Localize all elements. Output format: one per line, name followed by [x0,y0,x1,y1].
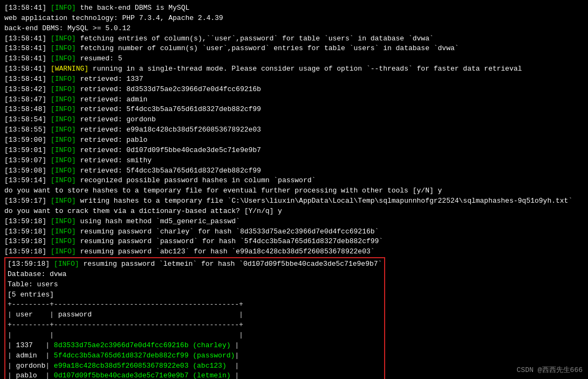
table-row-2: | admin | 5f4dcc3b5aa765d61d8327deb882cf… [8,351,382,361]
table-row-1: | 1337 | 8d3533d75ae2c3966d7e0d4fcc69216… [8,341,382,351]
watermark: CSDN @西西先生666 [517,365,583,375]
line-16: [13:59:07] [INFO] retrieved: smithy [4,156,584,166]
line-22: [13:59:18] [INFO] using hash method `md5… [4,217,584,227]
line-8: [13:58:41] [INFO] retrieved: 1337 [4,74,584,85]
table-row-blank: | | | [8,330,382,341]
line-21: do you want to crack them via a dictiona… [4,206,584,217]
line-table: Table: users [8,280,382,290]
line-19: do you want to store hashes to a tempora… [4,186,584,196]
line-1: [13:58:41] [INFO] the back-end DBMS is M… [4,3,584,13]
table-header-row: | user | password | [8,310,382,320]
line-entries: [5 entries] [8,290,382,300]
line-5: [13:58:41] [INFO] fetching number of col… [4,44,584,54]
table-row-4: | pablo | 0d107d09f5bbe40cade3de5c71e9e9… [8,371,382,379]
line-7: [13:58:41] [WARNING] running in a single… [4,64,584,74]
line-14: [13:59:00] [INFO] retrieved: pablo [4,135,584,146]
line-10: [13:58:47] [INFO] retrieved: admin [4,95,584,105]
terminal-window: [13:58:41] [INFO] the back-end DBMS is M… [0,0,588,379]
line-24: [13:59:18] [INFO] resuming password `pas… [4,237,584,247]
line-2: web application technology: PHP 7.3.4, A… [4,13,584,24]
line-13: [13:58:55] [INFO] retrieved: e99a18c428c… [4,125,584,135]
line-3: back-end DBMS: MySQL >= 5.0.12 [4,24,584,34]
line-18: [13:59:14] [INFO] recognized possible pa… [4,176,584,186]
line-4: [13:58:41] [INFO] fetching entries of co… [4,34,584,44]
line-25: [13:59:18] [INFO] resuming password `abc… [4,247,584,257]
line-11: [13:58:48] [INFO] retrieved: 5f4dcc3b5aa… [4,105,584,115]
line-26: [13:59:18] [INFO] resuming password `let… [8,259,382,270]
line-db: Database: dvwa [8,270,382,280]
table-row-3: | gordonb| e99a18c428cb38d5f260853678922… [8,361,382,371]
line-12: [13:58:54] [INFO] retrieved: gordonb [4,115,584,125]
table-border-top: +---------+-----------------------------… [8,300,382,310]
line-6: [13:58:41] [INFO] resumed: 5 [4,54,584,64]
line-20: [13:59:17] [INFO] writing hashes to a te… [4,196,584,206]
table-border-mid: +---------+-----------------------------… [8,320,382,330]
line-15: [13:59:01] [INFO] retrieved: 0d107d09f5b… [4,146,584,156]
highlight-box: [13:59:18] [INFO] resuming password `let… [4,257,385,379]
line-23: [13:59:18] [INFO] resuming password `cha… [4,227,584,237]
line-9: [13:58:42] [INFO] retrieved: 8d3533d75ae… [4,85,584,95]
line-17: [13:59:08] [INFO] retrieved: 5f4dcc3b5aa… [4,166,584,176]
